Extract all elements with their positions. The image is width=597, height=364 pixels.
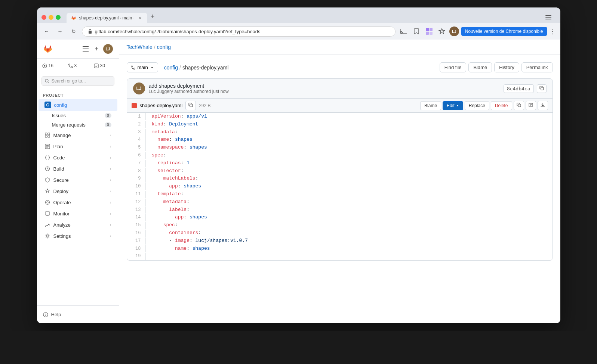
download-button[interactable]: [538, 101, 548, 110]
svg-rect-34: [190, 104, 193, 107]
file-path-sep: /: [179, 65, 181, 71]
window-menu-icon[interactable]: [541, 15, 556, 19]
svg-point-16: [71, 66, 73, 68]
mr-sub-count: 0: [105, 122, 111, 127]
sidebar-item-operate[interactable]: Operate ›: [39, 197, 117, 208]
extension2-icon[interactable]: [437, 26, 447, 37]
branch-icon: [131, 65, 135, 70]
copy-content-button[interactable]: [514, 101, 524, 110]
line-code-3: metadata:: [146, 128, 184, 136]
sidebar-item-settings[interactable]: Settings ›: [39, 230, 117, 242]
build-chevron-icon: ›: [110, 167, 111, 171]
sidebar-item-monitor[interactable]: Monitor ›: [39, 208, 117, 219]
minimize-button[interactable]: [49, 15, 53, 20]
back-button[interactable]: ←: [41, 26, 52, 37]
sidebar-item-code[interactable]: Code ›: [39, 152, 117, 163]
deploy-icon: [44, 188, 50, 194]
sidebar-item-analyze[interactable]: Analyze ›: [39, 219, 117, 230]
yaml-file-icon: [132, 103, 137, 108]
breadcrumb-separator: /: [154, 44, 156, 50]
sidebar-item-build[interactable]: Build ›: [39, 163, 117, 174]
replace-button[interactable]: Replace: [465, 101, 489, 110]
code-blame-button[interactable]: Blame: [420, 101, 441, 110]
new-tab-button[interactable]: +: [147, 11, 158, 22]
tab-title: shapes-deploy.yaml · main ·: [79, 15, 135, 21]
sidebar-sub-item-merge-requests[interactable]: Merge requests 0: [39, 120, 117, 130]
line-code-2: kind: Deployment: [146, 121, 204, 128]
line-number-8: 8: [127, 168, 146, 175]
svg-point-18: [45, 79, 48, 82]
sidebar-item-deploy[interactable]: Deploy ›: [39, 186, 117, 197]
code-line-15: 15 spec:: [127, 221, 553, 229]
maximize-button[interactable]: [56, 15, 61, 20]
line-code-10: app: shapes: [146, 183, 207, 190]
blame-button[interactable]: Blame: [468, 62, 492, 72]
mr-quick-link[interactable]: 3: [66, 62, 90, 70]
forward-button[interactable]: →: [55, 26, 65, 37]
todo-icon: [94, 63, 99, 68]
find-file-button[interactable]: Find file: [440, 62, 467, 72]
svg-rect-33: [541, 87, 544, 90]
commit-info-right: 8c4db4ca: [504, 84, 547, 93]
line-code-8: selector:: [146, 167, 190, 175]
line-code-13: labels:: [146, 206, 196, 214]
browser-content: + LJ 16 3 30: [37, 40, 560, 323]
browser-more-menu[interactable]: ⋮: [549, 27, 556, 35]
main-area: TechWhale / config main config: [119, 40, 560, 323]
svg-rect-4: [400, 29, 407, 33]
search-input-wrap[interactable]: Search or go to...: [41, 76, 114, 86]
history-button[interactable]: History: [494, 62, 519, 72]
breadcrumb-repo-link[interactable]: config: [157, 44, 171, 50]
analyze-chevron-icon: ›: [110, 223, 111, 227]
reload-button[interactable]: ↻: [68, 26, 79, 37]
deploy-label: Deploy: [53, 189, 68, 194]
file-path-config-link[interactable]: config: [164, 65, 178, 71]
svg-rect-10: [83, 46, 89, 47]
sidebar-user-avatar[interactable]: LJ: [103, 44, 113, 54]
code-line-10: 10 app: shapes: [127, 183, 553, 190]
code-line-12: 12 metadata:: [127, 198, 553, 206]
copy-path-button[interactable]: [185, 101, 196, 110]
issues-quick-link[interactable]: 16: [40, 62, 64, 70]
sidebar-item-manage[interactable]: Manage ›: [39, 130, 117, 141]
sidebar-toggle-button[interactable]: [81, 44, 90, 54]
permalink-button[interactable]: Permalink: [521, 62, 553, 72]
bookmark-icon[interactable]: [411, 26, 422, 37]
file-viewer: main config / shapes-deploy.yaml Find fi…: [119, 55, 560, 274]
svg-rect-19: [45, 133, 47, 135]
edit-button[interactable]: Edit: [443, 101, 463, 110]
code-line-7: 7 replicas: 1: [127, 159, 553, 167]
line-number-13: 13: [127, 206, 146, 214]
tab-close-button[interactable]: ✕: [138, 15, 143, 21]
delete-button[interactable]: Delete: [491, 101, 512, 110]
branch-selector[interactable]: main: [127, 62, 158, 72]
sidebar-item-config[interactable]: C config: [39, 99, 117, 111]
address-bar[interactable]: gitlab.com/techwhale/config/-/blob/main/…: [82, 27, 396, 37]
chrome-update-button[interactable]: Nouvelle version de Chrome disponible: [461, 27, 547, 36]
line-number-11: 11: [127, 191, 146, 198]
svg-point-31: [131, 66, 133, 67]
cast-icon[interactable]: [398, 26, 409, 37]
code-content: 1 apiVersion: apps/v1 2 kind: Deployment…: [127, 113, 553, 260]
sidebar-item-plan[interactable]: Plan ›: [39, 141, 117, 152]
sidebar-bottom: Help: [37, 305, 119, 323]
breadcrumb-org-link[interactable]: TechWhale: [127, 44, 153, 50]
todo-quick-link[interactable]: 30: [92, 62, 116, 70]
line-number-18: 18: [127, 245, 146, 252]
close-button[interactable]: [41, 15, 46, 20]
svg-rect-6: [426, 28, 429, 31]
help-button[interactable]: Help: [43, 310, 113, 319]
active-tab[interactable]: shapes-deploy.yaml · main · ✕: [67, 13, 148, 23]
file-header-bar: main config / shapes-deploy.yaml Find fi…: [127, 62, 553, 72]
sidebar-item-secure[interactable]: Secure ›: [39, 174, 117, 186]
user-avatar[interactable]: LJ: [449, 27, 459, 36]
new-item-button[interactable]: +: [92, 44, 102, 54]
svg-rect-3: [89, 31, 92, 34]
copy-hash-button[interactable]: [537, 84, 547, 93]
issues-icon: [42, 63, 47, 68]
svg-rect-11: [83, 49, 89, 49]
extension-icon[interactable]: [424, 26, 434, 37]
raw-button[interactable]: [526, 101, 536, 110]
sidebar-sub-item-issues[interactable]: Issues 0: [39, 111, 117, 120]
monitor-icon: [44, 211, 50, 217]
